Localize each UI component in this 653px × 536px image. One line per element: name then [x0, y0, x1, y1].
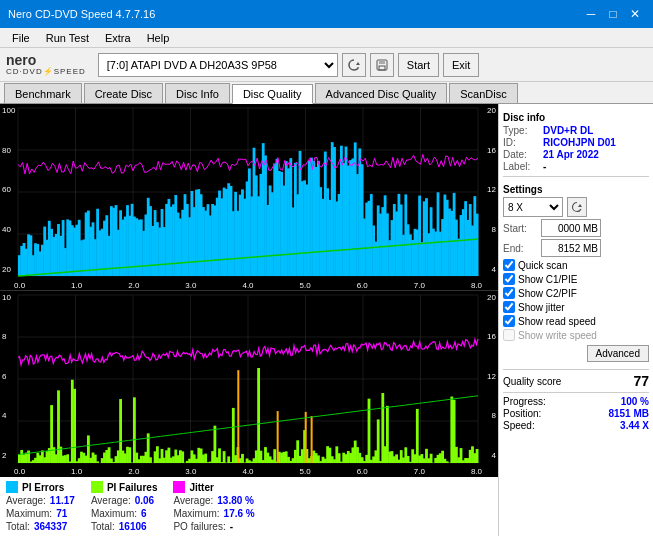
tab-advanced-disc-quality[interactable]: Advanced Disc Quality — [315, 83, 448, 103]
chart1-canvas — [0, 104, 498, 290]
save-icon-button[interactable] — [370, 53, 394, 77]
start-row: Start: — [503, 219, 649, 237]
write-speed-checkbox — [503, 329, 515, 341]
pi-failures-label: PI Failures — [107, 482, 158, 493]
disc-date-value: 21 Apr 2022 — [543, 149, 599, 160]
close-button[interactable]: ✕ — [625, 4, 645, 24]
chart1-x-labels: 0.0 1.0 2.0 3.0 4.0 5.0 6.0 7.0 8.0 — [14, 281, 482, 290]
menu-extra[interactable]: Extra — [97, 30, 139, 46]
legend-area: PI Errors Average: 11.17 Maximum: 71 Tot… — [0, 476, 498, 536]
main-content: 100 80 60 40 20 20 16 12 8 4 0.0 1.0 — [0, 104, 653, 536]
minimize-button[interactable]: ─ — [581, 4, 601, 24]
progress-value: 100 % — [621, 396, 649, 407]
tab-create-disc[interactable]: Create Disc — [84, 83, 163, 103]
menu-run-test[interactable]: Run Test — [38, 30, 97, 46]
tab-scan-disc[interactable]: ScanDisc — [449, 83, 517, 103]
tab-benchmark[interactable]: Benchmark — [4, 83, 82, 103]
disc-label-value: - — [543, 161, 546, 172]
settings-title: Settings — [503, 184, 649, 195]
tabs: Benchmark Create Disc Disc Info Disc Qua… — [0, 82, 653, 104]
disc-type-row: Type: DVD+R DL — [503, 125, 649, 136]
chart2-canvas — [0, 291, 498, 477]
speed-select[interactable]: 8 X — [503, 197, 563, 217]
drive-select[interactable]: [7:0] ATAPI DVD A DH20A3S 9P58 — [98, 53, 338, 77]
chart1-y-left: 100 80 60 40 20 — [2, 106, 15, 274]
progress-row: Progress: 100 % — [503, 396, 649, 407]
disc-label-row: Label: - — [503, 161, 649, 172]
advanced-button[interactable]: Advanced — [587, 345, 649, 362]
position-row: Position: 8151 MB — [503, 408, 649, 419]
start-input[interactable] — [541, 219, 601, 237]
c1pie-row: Show C1/PIE — [503, 273, 649, 285]
left-area: 100 80 60 40 20 20 16 12 8 4 0.0 1.0 — [0, 104, 498, 536]
refresh-icon-button[interactable] — [342, 53, 366, 77]
menubar: File Run Test Extra Help — [0, 28, 653, 48]
speed-value: 3.44 X — [620, 420, 649, 431]
title-text: Nero CD-DVD Speed 4.7.7.16 — [8, 8, 155, 20]
legend-jitter: Jitter Average: 13.80 % Maximum: 17.6 % … — [173, 481, 254, 532]
tab-disc-info[interactable]: Disc Info — [165, 83, 230, 103]
c2pif-row: Show C2/PIF — [503, 287, 649, 299]
pi-errors-label: PI Errors — [22, 482, 64, 493]
divider3 — [503, 392, 649, 393]
jitter-color — [173, 481, 185, 493]
quality-score-value: 77 — [633, 373, 649, 389]
speed-row: 8 X — [503, 197, 649, 217]
menu-help[interactable]: Help — [139, 30, 178, 46]
sidebar: Disc info Type: DVD+R DL ID: RICOHJPN D0… — [498, 104, 653, 536]
quick-scan-checkbox[interactable] — [503, 259, 515, 271]
svg-rect-3 — [379, 66, 385, 70]
quick-scan-row: Quick scan — [503, 259, 649, 271]
pi-errors-color — [6, 481, 18, 493]
quality-score-label: Quality score — [503, 376, 561, 387]
disc-id-value: RICOHJPN D01 — [543, 137, 616, 148]
toolbar: nero CD·DVD⚡SPEED [7:0] ATAPI DVD A DH20… — [0, 48, 653, 82]
write-speed-row: Show write speed — [503, 329, 649, 341]
chart2-x-labels: 0.0 1.0 2.0 3.0 4.0 5.0 6.0 7.0 8.0 — [14, 467, 482, 476]
position-value: 8151 MB — [608, 408, 649, 419]
chart2-y-left: 10 8 6 4 2 — [2, 293, 11, 461]
titlebar: Nero CD-DVD Speed 4.7.7.16 ─ □ ✕ — [0, 0, 653, 28]
disc-type-value: DVD+R DL — [543, 125, 593, 136]
start-button[interactable]: Start — [398, 53, 439, 77]
svg-marker-0 — [356, 62, 360, 65]
window-controls: ─ □ ✕ — [581, 4, 645, 24]
read-speed-checkbox[interactable] — [503, 315, 515, 327]
disc-id-row: ID: RICOHJPN D01 — [503, 137, 649, 148]
nero-logo-top: nero — [6, 53, 86, 67]
jitter-checkbox[interactable] — [503, 301, 515, 313]
divider1 — [503, 176, 649, 177]
c1pie-checkbox[interactable] — [503, 273, 515, 285]
c2pif-checkbox[interactable] — [503, 287, 515, 299]
settings-refresh-button[interactable] — [567, 197, 587, 217]
menu-file[interactable]: File — [4, 30, 38, 46]
tab-disc-quality[interactable]: Disc Quality — [232, 84, 313, 104]
nero-logo-bottom: CD·DVD⚡SPEED — [6, 67, 86, 76]
jitter-label: Jitter — [189, 482, 213, 493]
chart1-y-right: 20 16 12 8 4 — [487, 106, 496, 274]
speed-row-2: Speed: 3.44 X — [503, 420, 649, 431]
nero-logo: nero CD·DVD⚡SPEED — [6, 53, 86, 76]
disc-date-row: Date: 21 Apr 2022 — [503, 149, 649, 160]
svg-marker-4 — [578, 204, 582, 207]
divider2 — [503, 369, 649, 370]
chart2-y-right: 20 16 12 8 4 — [487, 293, 496, 461]
end-input[interactable] — [541, 239, 601, 257]
svg-rect-2 — [379, 60, 385, 64]
quality-score-row: Quality score 77 — [503, 373, 649, 389]
disc-info-title: Disc info — [503, 112, 649, 123]
jitter-row: Show jitter — [503, 301, 649, 313]
maximize-button[interactable]: □ — [603, 4, 623, 24]
legend-pi-failures: PI Failures Average: 0.06 Maximum: 6 Tot… — [91, 481, 158, 532]
pi-failures-color — [91, 481, 103, 493]
legend-pi-errors: PI Errors Average: 11.17 Maximum: 71 Tot… — [6, 481, 75, 532]
exit-button[interactable]: Exit — [443, 53, 479, 77]
end-row: End: — [503, 239, 649, 257]
read-speed-row: Show read speed — [503, 315, 649, 327]
